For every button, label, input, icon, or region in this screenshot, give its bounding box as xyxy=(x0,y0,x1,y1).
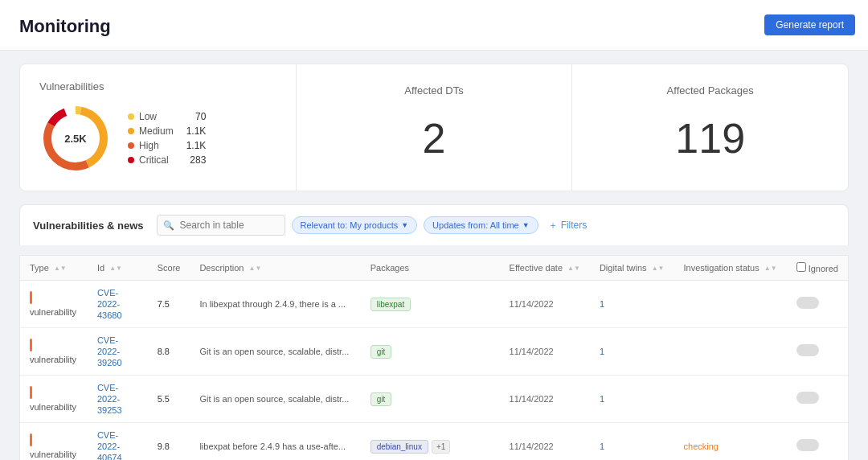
col-id[interactable]: Id ▲▼ xyxy=(88,256,148,281)
col-digital-twins[interactable]: Digital twins ▲▼ xyxy=(590,256,674,281)
chevron-down-icon: ▼ xyxy=(401,221,408,229)
cell-packages: git xyxy=(361,376,500,423)
affected-packages-card: Affected Packages 119 xyxy=(572,64,848,191)
legend-dot-critical xyxy=(128,157,134,163)
cell-id[interactable]: CVE-2022-43680 xyxy=(88,281,148,328)
relevant-to-label: Relevant to: My products xyxy=(301,220,399,230)
date-text: 11/14/2022 xyxy=(510,299,554,309)
table-head: Type ▲▼ Id ▲▼ Score Description ▲▼ xyxy=(20,256,848,281)
package-tag[interactable]: libexpat xyxy=(371,298,411,311)
cell-date: 11/14/2022 xyxy=(500,281,590,328)
score-value: 7.5 xyxy=(158,299,170,309)
updates-from-filter[interactable]: Updates from: All time ▼ xyxy=(424,216,538,234)
legend-dot-low xyxy=(128,113,134,120)
legend-label-critical: Critical xyxy=(139,154,169,166)
col-description[interactable]: Description ▲▼ xyxy=(190,256,360,281)
stats-row: Vulnerabilities 2.5K xyxy=(19,64,849,191)
cell-ignored[interactable] xyxy=(787,281,848,328)
legend-high: High 1.1K xyxy=(128,140,206,151)
cell-ignored[interactable] xyxy=(787,328,848,376)
vulnerabilities-title: Vulnerabilities xyxy=(39,80,276,92)
cell-digital-twins[interactable]: 1 xyxy=(590,376,674,423)
cell-type: vulnerability xyxy=(20,423,88,461)
legend-critical: Critical 283 xyxy=(128,154,206,166)
cve-id[interactable]: CVE-2022-40674 xyxy=(97,430,122,460)
col-investigation[interactable]: Investigation status ▲▼ xyxy=(674,256,787,281)
ignored-toggle[interactable] xyxy=(796,344,819,356)
legend-medium: Medium 1.1K xyxy=(128,125,206,137)
digital-twins-value[interactable]: 1 xyxy=(600,394,604,404)
filter-section-title: Vulnerabilities & news xyxy=(33,220,144,232)
ignored-toggle[interactable] xyxy=(796,297,819,309)
cell-investigation-status xyxy=(674,376,787,423)
cell-description: libexpat before 2.4.9 has a use-afte... xyxy=(190,423,360,461)
severity-bar xyxy=(30,291,32,304)
col-effective-date[interactable]: Effective date ▲▼ xyxy=(500,256,590,281)
digital-twins-value[interactable]: 1 xyxy=(600,299,604,309)
legend-low: Low 70 xyxy=(128,111,206,122)
description-text: In libexpat through 2.4.9, there is a ..… xyxy=(199,299,346,309)
cell-id[interactable]: CVE-2022-40674 xyxy=(88,423,148,461)
relevant-to-filter[interactable]: Relevant to: My products ▼ xyxy=(292,216,418,234)
cell-ignored[interactable] xyxy=(787,423,848,461)
cve-id[interactable]: CVE-2022-39260 xyxy=(97,335,122,368)
cell-type: vulnerability xyxy=(20,376,88,423)
cell-date: 11/14/2022 xyxy=(500,423,590,461)
affected-dts-card: Affected DTs 2 xyxy=(297,64,573,191)
col-packages: Packages xyxy=(361,256,500,281)
cve-id[interactable]: CVE-2022-39253 xyxy=(97,383,122,415)
vulnerabilities-card: Vulnerabilities 2.5K xyxy=(20,64,297,191)
search-input[interactable] xyxy=(157,215,285,236)
ignored-toggle[interactable] xyxy=(796,392,819,404)
cell-digital-twins[interactable]: 1 xyxy=(590,423,674,461)
legend-value-critical: 283 xyxy=(182,154,206,166)
cell-id[interactable]: CVE-2022-39253 xyxy=(88,376,148,423)
type-label: vulnerability xyxy=(30,355,76,364)
table-row: vulnerabilityCVE-2022-436807.5In libexpa… xyxy=(20,281,848,328)
cell-id[interactable]: CVE-2022-39260 xyxy=(88,328,148,376)
package-tag[interactable]: debian_linux xyxy=(371,440,428,454)
package-tag[interactable]: git xyxy=(371,345,392,359)
cell-investigation-status: checking xyxy=(674,423,787,461)
legend-label-low: Low xyxy=(139,111,157,122)
generate-report-button[interactable]: Generate report xyxy=(764,14,855,35)
sort-icon-type: ▲▼ xyxy=(54,265,67,272)
description-text: libexpat before 2.4.9 has a use-afte... xyxy=(199,442,346,451)
legend-value-high: 1.1K xyxy=(178,140,207,151)
cell-investigation-status xyxy=(674,281,787,328)
digital-twins-value[interactable]: 1 xyxy=(600,442,604,451)
updates-from-label: Updates from: All time xyxy=(432,220,519,230)
cell-investigation-status xyxy=(674,328,787,376)
affected-packages-value: 119 xyxy=(675,106,745,170)
sort-icon-desc: ▲▼ xyxy=(249,265,262,272)
donut-center-value: 2.5K xyxy=(64,133,86,145)
select-all-checkbox[interactable] xyxy=(796,262,806,272)
cell-ignored[interactable] xyxy=(787,376,848,423)
cell-digital-twins[interactable]: 1 xyxy=(590,281,674,328)
plus-icon: ＋ xyxy=(548,219,558,232)
search-icon: 🔍 xyxy=(163,220,174,231)
page-title: Monitoring xyxy=(19,16,111,36)
severity-bar xyxy=(30,386,32,399)
package-tag[interactable]: git xyxy=(371,392,392,406)
digital-twins-value[interactable]: 1 xyxy=(600,347,604,356)
ignored-toggle[interactable] xyxy=(796,439,819,451)
col-score: Score xyxy=(148,256,190,281)
package-more[interactable]: +1 xyxy=(432,440,450,454)
sort-icon-date: ▲▼ xyxy=(567,265,580,272)
filters-button[interactable]: ＋ Filters xyxy=(548,219,588,232)
col-type[interactable]: Type ▲▼ xyxy=(20,256,88,281)
legend-dot-medium xyxy=(128,128,134,134)
legend-dot-high xyxy=(128,142,134,149)
filter-bar: Vulnerabilities & news 🔍 Relevant to: My… xyxy=(19,204,849,245)
cell-type: vulnerability xyxy=(20,281,88,328)
sort-icon-investigation: ▲▼ xyxy=(764,265,777,272)
cve-id[interactable]: CVE-2022-43680 xyxy=(97,288,122,320)
cell-packages: debian_linux+1 xyxy=(361,423,500,461)
score-value: 9.8 xyxy=(158,442,170,451)
cell-date: 11/14/2022 xyxy=(500,376,590,423)
cell-digital-twins[interactable]: 1 xyxy=(590,328,674,376)
legend-value-medium: 1.1K xyxy=(178,125,207,137)
cell-packages: git xyxy=(361,328,500,376)
vulnerabilities-table: Type ▲▼ Id ▲▼ Score Description ▲▼ xyxy=(19,255,849,460)
